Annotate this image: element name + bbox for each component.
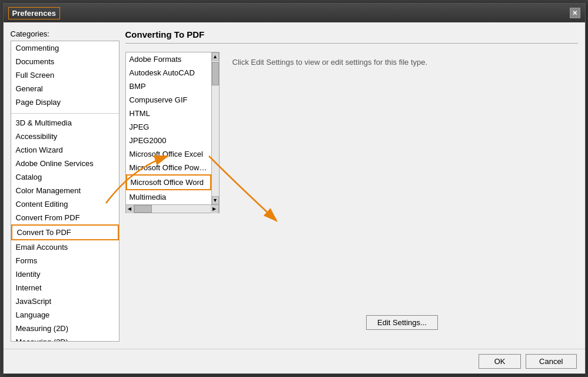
dialog-body: Categories: Commenting Documents Full Sc… — [4, 22, 585, 349]
sidebar-item-catalog[interactable]: Catalog — [11, 170, 119, 184]
sidebar-item-action-wizard[interactable]: Action Wizard — [11, 143, 119, 157]
edit-settings-button[interactable]: Edit Settings... — [366, 315, 438, 330]
pdf-format-item[interactable]: Microsoft Office Powe... — [126, 161, 211, 174]
sidebar-item-internet[interactable]: Internet — [11, 281, 119, 295]
categories-list[interactable]: Commenting Documents Full Screen General… — [11, 41, 119, 342]
pdf-format-item[interactable]: Autodesk AutoCAD — [126, 66, 211, 80]
scrollbar-thumb[interactable] — [212, 62, 219, 85]
sidebar-item-javascript[interactable]: JavaScript — [11, 295, 119, 308]
pdf-format-item[interactable]: BMP — [126, 80, 211, 93]
pdf-format-item-ms-word[interactable]: Microsoft Office Word — [126, 174, 211, 190]
categories-label: Categories: — [11, 29, 119, 38]
pdf-format-item[interactable]: Microsoft Office Excel — [126, 147, 211, 161]
left-panel: Categories: Commenting Documents Full Sc… — [11, 29, 119, 342]
scrollbar-left-arrow[interactable]: ◀ — [126, 205, 134, 213]
title-bar: Preferences ✕ — [4, 4, 585, 22]
section-title: Converting To PDF — [125, 29, 578, 44]
sidebar-item-general[interactable]: General — [11, 82, 119, 95]
sidebar-item-adobe-online-services[interactable]: Adobe Online Services — [11, 157, 119, 170]
scrollbar-up-arrow[interactable]: ▲ — [212, 52, 219, 61]
pdf-format-item[interactable]: Compuserve GIF — [126, 93, 211, 107]
horiz-scroll-thumb[interactable] — [134, 205, 152, 213]
sidebar-item-documents[interactable]: Documents — [11, 55, 119, 68]
sidebar-item-commenting[interactable]: Commenting — [11, 41, 119, 55]
edit-settings-area: Edit Settings... — [227, 303, 578, 342]
list-scrollbar-area: Adobe Formats Autodesk AutoCAD BMP Compu… — [125, 52, 220, 205]
dialog-title: Preferences — [8, 7, 60, 19]
right-description-panel: Click Edit Settings to view or edit sett… — [227, 52, 578, 342]
scrollbar-down-arrow[interactable]: ▼ — [212, 196, 219, 204]
sidebar-item-full-screen[interactable]: Full Screen — [11, 68, 119, 82]
content-area: Adobe Formats Autodesk AutoCAD BMP Compu… — [125, 52, 578, 342]
pdf-format-item[interactable]: Multimedia — [126, 190, 211, 204]
sidebar-item-forms[interactable]: Forms — [11, 254, 119, 267]
sidebar-item-page-display[interactable]: Page Display — [11, 95, 119, 109]
sidebar-item-email-accounts[interactable]: Email Accounts — [11, 240, 119, 254]
pdf-list-panel: Adobe Formats Autodesk AutoCAD BMP Compu… — [125, 52, 220, 342]
sidebar-item-convert-from-pdf[interactable]: Convert From PDF — [11, 211, 119, 224]
pdf-list-scrollbar[interactable]: ▲ ▼ — [212, 52, 220, 205]
cancel-button[interactable]: Cancel — [526, 354, 576, 369]
right-panel: Converting To PDF Adobe Formats Autodesk… — [125, 29, 578, 342]
dialog-footer: OK Cancel — [4, 349, 585, 373]
pdf-format-item[interactable]: JPEG2000 — [126, 134, 211, 147]
ok-button[interactable]: OK — [479, 354, 521, 369]
category-separator — [11, 109, 119, 114]
pdf-format-item[interactable]: PCX — [126, 204, 211, 205]
pdf-format-item[interactable]: HTML — [126, 107, 211, 120]
pdf-format-item[interactable]: JPEG — [126, 120, 211, 134]
horiz-scroll-track[interactable] — [134, 205, 211, 213]
sidebar-item-convert-to-pdf[interactable]: Convert To PDF — [11, 224, 119, 240]
pdf-format-item[interactable]: Adobe Formats — [126, 52, 211, 66]
close-button[interactable]: ✕ — [570, 8, 580, 18]
sidebar-item-language[interactable]: Language — [11, 308, 119, 322]
sidebar-item-3d-multimedia[interactable]: 3D & Multimedia — [11, 116, 119, 130]
info-text: Click Edit Settings to view or edit sett… — [227, 52, 578, 72]
sidebar-item-identity[interactable]: Identity — [11, 267, 119, 281]
horizontal-scrollbar[interactable]: ◀ ▶ — [125, 205, 220, 213]
sidebar-item-measuring-3d[interactable]: Measuring (3D) — [11, 335, 119, 342]
sidebar-item-color-management[interactable]: Color Management — [11, 184, 119, 197]
sidebar-item-measuring-2d[interactable]: Measuring (2D) — [11, 322, 119, 335]
sidebar-item-accessibility[interactable]: Accessibility — [11, 130, 119, 143]
sidebar-item-content-editing[interactable]: Content Editing — [11, 197, 119, 211]
scrollbar-right-arrow[interactable]: ▶ — [211, 205, 219, 213]
pdf-formats-list[interactable]: Adobe Formats Autodesk AutoCAD BMP Compu… — [125, 52, 212, 205]
